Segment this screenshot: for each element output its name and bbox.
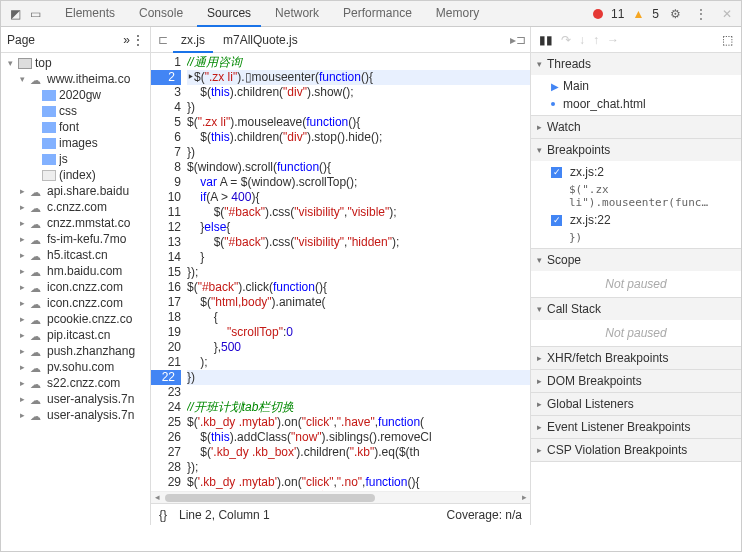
code-line[interactable]: $("html,body").animate( [187, 295, 530, 310]
line-number[interactable]: 20 [151, 340, 181, 355]
pretty-print-icon[interactable]: {} [159, 508, 167, 522]
section-header[interactable]: ▸Global Listeners [531, 393, 741, 415]
thread-item[interactable]: moor_chat.html [531, 95, 741, 113]
tree-item[interactable]: ▸☁c.cnzz.com [1, 199, 150, 215]
tree-item[interactable]: ▾top [1, 55, 150, 71]
code-line[interactable]: var A = $(window).scrollTop(); [187, 175, 530, 190]
line-number[interactable]: 21 [151, 355, 181, 370]
tree-item[interactable]: ▸☁user-analysis.7n [1, 391, 150, 407]
disclosure-icon[interactable]: ▾ [17, 74, 27, 84]
code-line[interactable]: if(A > 400){ [187, 190, 530, 205]
line-number[interactable]: 4 [151, 100, 181, 115]
line-number[interactable]: 9 [151, 175, 181, 190]
thread-item[interactable]: ▶Main [531, 77, 741, 95]
code-line[interactable]: //通用咨询 [187, 55, 530, 70]
line-number[interactable]: 6 [151, 130, 181, 145]
line-number[interactable]: 1 [151, 55, 181, 70]
tree-item[interactable]: (index) [1, 167, 150, 183]
tree-item[interactable]: ▸☁s22.cnzz.com [1, 375, 150, 391]
gear-icon[interactable]: ⚙ [665, 4, 685, 24]
disclosure-icon[interactable]: ▸ [17, 394, 27, 404]
code-line[interactable]: $(this).children("div").stop().hide(); [187, 130, 530, 145]
line-number[interactable]: 27 [151, 445, 181, 460]
tree-item[interactable]: images [1, 135, 150, 151]
disclosure-icon[interactable]: ▸ [17, 218, 27, 228]
tab-memory[interactable]: Memory [426, 1, 489, 27]
tab-network[interactable]: Network [265, 1, 329, 27]
code-line[interactable]: },500 [187, 340, 530, 355]
tree-item[interactable]: js [1, 151, 150, 167]
code-line[interactable]: ); [187, 355, 530, 370]
tab-elements[interactable]: Elements [55, 1, 125, 27]
tree-item[interactable]: ▸☁icon.cnzz.com [1, 295, 150, 311]
line-number[interactable]: 10 [151, 190, 181, 205]
section-header[interactable]: ▸DOM Breakpoints [531, 370, 741, 392]
tab-sources[interactable]: Sources [197, 1, 261, 27]
tree-item[interactable]: 2020gw [1, 87, 150, 103]
code-line[interactable]: $("#back").css("visibility","visible"); [187, 205, 530, 220]
line-number[interactable]: 22 [151, 370, 181, 385]
scroll-left-icon[interactable]: ◂ [151, 492, 163, 502]
tree-item[interactable]: ▸☁user-analysis.7n [1, 407, 150, 423]
disclosure-icon[interactable]: ▾ [5, 58, 15, 68]
breakpoint-item[interactable]: ✓zx.js:2 [531, 163, 741, 181]
tree-item[interactable]: ▸☁icon.cnzz.com [1, 279, 150, 295]
section-header[interactable]: ▸Event Listener Breakpoints [531, 416, 741, 438]
disclosure-icon[interactable]: ▸ [17, 346, 27, 356]
line-number[interactable]: 7 [151, 145, 181, 160]
disclosure-icon[interactable]: ▸ [17, 234, 27, 244]
disclosure-icon[interactable]: ▸ [17, 186, 27, 196]
disclosure-icon[interactable]: ▸ [17, 266, 27, 276]
code-line[interactable]: ‣$(".zx li").▯mouseenter(function(){ [187, 70, 530, 85]
step-icon[interactable]: → [607, 33, 619, 47]
disclosure-icon[interactable]: ▸ [17, 298, 27, 308]
code-line[interactable]: { [187, 310, 530, 325]
code-line[interactable]: }) [187, 145, 530, 160]
line-number[interactable]: 25 [151, 415, 181, 430]
tree-item[interactable]: ▸☁api.share.baidu [1, 183, 150, 199]
tree-item[interactable]: ▸☁push.zhanzhang [1, 343, 150, 359]
tree-item[interactable]: ▸☁fs-im-kefu.7mo [1, 231, 150, 247]
line-gutter[interactable]: 1234567891011121314151617181920212223242… [151, 53, 187, 491]
file-tab[interactable]: m7AllQuote.js [215, 29, 306, 51]
code-line[interactable]: $('.kb_dy .kb_box').children(".kb").eq($… [187, 445, 530, 460]
tree-item[interactable]: ▸☁pcookie.cnzz.co [1, 311, 150, 327]
line-number[interactable]: 24 [151, 400, 181, 415]
tree-item[interactable]: css [1, 103, 150, 119]
code-line[interactable]: $(window).scroll(function(){ [187, 160, 530, 175]
error-badge[interactable]: 11 ▲5 [593, 7, 659, 21]
disclosure-icon[interactable]: ▸ [17, 330, 27, 340]
tab-console[interactable]: Console [129, 1, 193, 27]
line-number[interactable]: 2 [151, 70, 181, 85]
code-line[interactable]: "scrollTop":0 [187, 325, 530, 340]
close-icon[interactable]: ✕ [717, 4, 737, 24]
line-number[interactable]: 5 [151, 115, 181, 130]
step-out-icon[interactable]: ↑ [593, 33, 599, 47]
code-line[interactable]: $('.kb_dy .mytab').on("click",".no",func… [187, 475, 530, 490]
code-line[interactable]: } [187, 250, 530, 265]
code-line[interactable] [187, 385, 530, 400]
tab-performance[interactable]: Performance [333, 1, 422, 27]
disclosure-icon[interactable]: ▸ [17, 362, 27, 372]
code-line[interactable]: $(this).children("div").show(); [187, 85, 530, 100]
line-number[interactable]: 13 [151, 235, 181, 250]
line-number[interactable]: 23 [151, 385, 181, 400]
code-line[interactable]: }) [187, 100, 530, 115]
checkbox-icon[interactable]: ✓ [551, 167, 562, 178]
tree-item[interactable]: ▸☁pv.sohu.com [1, 359, 150, 375]
section-header[interactable]: ▸CSP Violation Breakpoints [531, 439, 741, 461]
line-number[interactable]: 17 [151, 295, 181, 310]
line-number[interactable]: 26 [151, 430, 181, 445]
section-header[interactable]: ▸XHR/fetch Breakpoints [531, 347, 741, 369]
tree-item[interactable]: ▸☁hm.baidu.com [1, 263, 150, 279]
inspect-icon[interactable]: ◩ [5, 4, 25, 24]
scroll-thumb[interactable] [165, 494, 375, 502]
line-number[interactable]: 28 [151, 460, 181, 475]
line-number[interactable]: 3 [151, 85, 181, 100]
scroll-right-icon[interactable]: ▸ [518, 492, 530, 502]
code-line[interactable]: $('.kb_dy .mytab').on("click",".have",fu… [187, 415, 530, 430]
step-over-icon[interactable]: ↷ [561, 33, 571, 47]
code-lines[interactable]: //通用咨询‣$(".zx li").▯mouseenter(function(… [187, 53, 530, 491]
disclosure-icon[interactable]: ▸ [17, 378, 27, 388]
line-number[interactable]: 8 [151, 160, 181, 175]
